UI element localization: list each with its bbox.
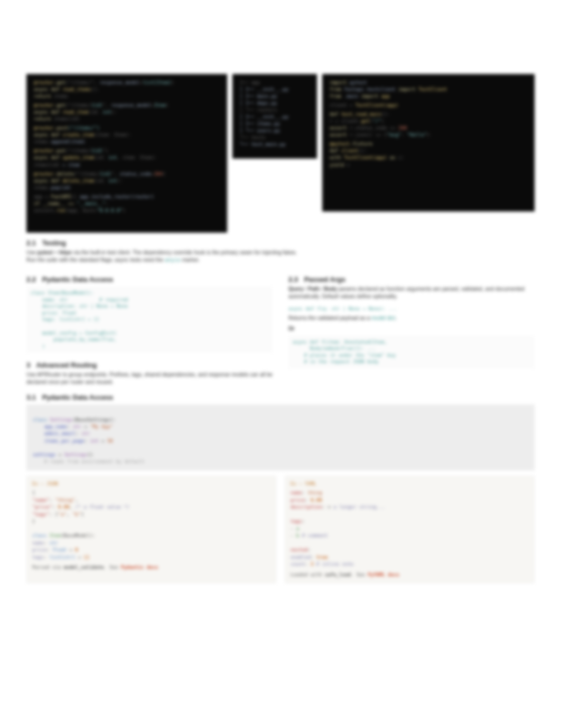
- example-json-footer: Parsed via model_validate. See Pydantic …: [32, 564, 270, 572]
- section-23-body: Query / Path / Body params declared as f…: [288, 285, 535, 300]
- page: @router.get("/items/", response_model=li…: [0, 0, 561, 610]
- section-number: 2.3: [288, 275, 298, 283]
- section-23-note: Returns the validated payload as a model…: [288, 315, 535, 322]
- section-21-heading: 2.1 Testing: [26, 239, 535, 247]
- code-panel-tree: ├── app │ ├── __init__.py │ ├── main.py …: [232, 74, 317, 159]
- section-23-inline-code: async def f(q: str | None = None): ...: [288, 303, 535, 315]
- example-yaml-title: Ex — YAML: [291, 481, 529, 488]
- code-panel-tests: import pytest from fastapi.testclient im…: [322, 74, 535, 211]
- section-3-body: Use APIRouter to group endpoints. Prefix…: [26, 371, 273, 386]
- section-title: Advanced Routing: [36, 361, 97, 369]
- example-json-title: Ex — JSON: [32, 481, 270, 488]
- section-title: Pydantic Data Access: [42, 393, 114, 401]
- section-title: Testing: [42, 239, 66, 247]
- section-title: Pydantic Data Access: [42, 275, 114, 283]
- code-panels-row: @router.get("/items/", response_model=li…: [26, 74, 535, 233]
- section-21-body2: Run the suite with the standard flags; a…: [26, 256, 535, 264]
- section-number: 3.1: [26, 393, 36, 401]
- example-yaml-box: Ex — YAML name: thing price: 9.99 descri…: [285, 476, 535, 584]
- section-23-or: Or: [288, 326, 295, 331]
- example-json-box: Ex — JSON { "name": "thing", "price": 9.…: [26, 476, 276, 584]
- section-23-code2: async def f(item: Annotated[Item, Body(e…: [288, 336, 535, 368]
- section-31-code: class Settings(BaseSettings): app_name: …: [26, 404, 535, 470]
- section-title: Passed Args: [304, 275, 345, 283]
- section-23-heading: 2.3 Passed Args: [288, 275, 535, 283]
- code-panel-routes: @router.get("/items/", response_model=li…: [26, 74, 227, 233]
- section-number: 3: [26, 361, 30, 369]
- section-22-code: class Item(BaseModel): name: str # requi…: [26, 287, 273, 353]
- section-number: 2.1: [26, 239, 36, 247]
- section-31-heading: 3.1 Pydantic Data Access: [26, 393, 535, 401]
- section-22-heading: 2.2 Pydantic Data Access: [26, 275, 273, 283]
- section-3-heading: 3 Advanced Routing: [26, 361, 273, 369]
- section-21-body: Use pytest + httpx via the built-in test…: [26, 249, 535, 256]
- section-number: 2.2: [26, 275, 36, 283]
- example-yaml-footer: Loaded with safe_load. See PyYAML docs: [291, 572, 529, 579]
